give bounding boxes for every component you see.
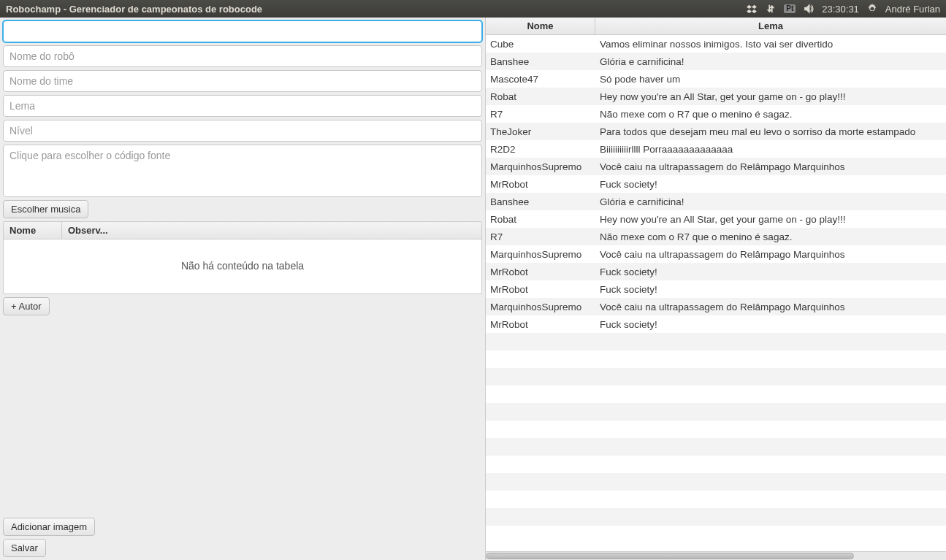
table-row[interactable]: MrRobotFuck society! bbox=[486, 315, 946, 333]
table-row[interactable]: BansheeGlória e carnificina! bbox=[486, 193, 946, 210]
authors-col-nome[interactable]: Nome bbox=[4, 222, 62, 239]
cell-nome: Mascote47 bbox=[486, 74, 595, 85]
workspace: Escolher musica Nome Observ... Não há co… bbox=[0, 18, 946, 560]
table-row-empty bbox=[486, 473, 946, 491]
cell-nome: MarquinhosSupremo bbox=[486, 302, 595, 312]
choose-music-button[interactable]: Escolher musica bbox=[3, 200, 88, 218]
table-row-empty bbox=[486, 333, 946, 350]
table-row[interactable]: BansheeGlória e carnificina! bbox=[486, 53, 946, 70]
cell-lema: Vamos eliminar nossos inimigos. Isto vai… bbox=[595, 39, 946, 50]
cell-nome: MrRobot bbox=[486, 319, 595, 330]
add-image-button[interactable]: Adicionar imagem bbox=[3, 518, 95, 536]
table-row[interactable]: MarquinhosSupremoVocê caiu na ultrapassa… bbox=[486, 245, 946, 263]
cell-lema: Hey now you're an All Star, get your gam… bbox=[595, 214, 946, 225]
cell-nome: Cube bbox=[486, 39, 595, 50]
table-row-empty bbox=[486, 368, 946, 386]
system-tray: Pt 23:30:31 André Furlan bbox=[746, 3, 940, 15]
cell-lema: Para todos que desejam meu mal eu levo o… bbox=[595, 126, 946, 137]
listing-pane: Nome Lema CubeVamos eliminar nossos inim… bbox=[485, 18, 946, 560]
cell-lema: Você caiu na ultrapassagem do Relâmpago … bbox=[595, 161, 946, 172]
field-0-input[interactable] bbox=[3, 20, 482, 42]
cell-nome: MrRobot bbox=[486, 179, 595, 190]
gear-icon[interactable] bbox=[866, 3, 878, 15]
cell-lema: Fuck society! bbox=[595, 319, 946, 330]
dropbox-icon[interactable] bbox=[746, 3, 758, 15]
cell-lema: Só pode haver um bbox=[595, 74, 946, 85]
add-author-button[interactable]: + Autor bbox=[3, 297, 50, 315]
titlebar: Robochamp - Gerenciador de campeonatos d… bbox=[0, 0, 946, 18]
table-row[interactable]: Mascote47Só pode haver um bbox=[486, 70, 946, 88]
table-row-empty bbox=[486, 350, 946, 368]
table-row[interactable]: R2D2Biiiiiiiiiirllll Porraaaaaaaaaaaaa bbox=[486, 140, 946, 158]
cell-nome: Robat bbox=[486, 91, 595, 102]
cell-lema: Não mexe com o R7 que o menino é sagaz. bbox=[595, 231, 946, 242]
table-row[interactable]: MarquinhosSupremoVocê caiu na ultrapassa… bbox=[486, 158, 946, 175]
table-row-empty bbox=[486, 526, 946, 543]
robot-name-input[interactable] bbox=[3, 45, 482, 67]
authors-table-header: Nome Observ... bbox=[4, 222, 481, 239]
table-row[interactable]: MrRobotFuck society! bbox=[486, 175, 946, 193]
table-row-empty bbox=[486, 386, 946, 403]
cell-lema: Fuck society! bbox=[595, 266, 946, 277]
cell-nome: MrRobot bbox=[486, 284, 595, 295]
clock[interactable]: 23:30:31 bbox=[822, 4, 859, 15]
level-input[interactable] bbox=[3, 120, 482, 142]
cell-nome: R2D2 bbox=[486, 144, 595, 155]
listing-header: Nome Lema bbox=[486, 18, 946, 35]
table-row[interactable]: RobatHey now you're an All Star, get you… bbox=[486, 210, 946, 228]
form-pane: Escolher musica Nome Observ... Não há co… bbox=[0, 18, 485, 560]
listing-col-lema[interactable]: Lema bbox=[595, 18, 946, 34]
cell-nome: TheJoker bbox=[486, 126, 595, 137]
cell-lema: Não mexe com o R7 que o menino é sagaz. bbox=[595, 109, 946, 120]
username-label[interactable]: André Furlan bbox=[885, 4, 940, 15]
cell-lema: Glória e carnificina! bbox=[595, 196, 946, 207]
table-row[interactable]: MrRobotFuck society! bbox=[486, 280, 946, 298]
table-row[interactable]: R7Não mexe com o R7 que o menino é sagaz… bbox=[486, 228, 946, 245]
cell-lema: Fuck society! bbox=[595, 179, 946, 190]
team-name-input[interactable] bbox=[3, 70, 482, 92]
motto-input[interactable] bbox=[3, 95, 482, 117]
listing-col-nome[interactable]: Nome bbox=[486, 18, 595, 34]
cell-lema: Você caiu na ultrapassagem do Relâmpago … bbox=[595, 302, 946, 312]
table-row-empty bbox=[486, 403, 946, 421]
cell-lema: Glória e carnificina! bbox=[595, 56, 946, 67]
source-code-input[interactable] bbox=[3, 145, 482, 197]
cell-lema: Fuck society! bbox=[595, 284, 946, 295]
table-row-empty bbox=[486, 438, 946, 456]
cell-lema: Você caiu na ultrapassagem do Relâmpago … bbox=[595, 249, 946, 260]
cell-nome: Banshee bbox=[486, 196, 595, 207]
table-row-empty bbox=[486, 508, 946, 526]
cell-nome: MarquinhosSupremo bbox=[486, 161, 595, 172]
authors-table-empty-text: Não há conteúdo na tabela bbox=[4, 239, 481, 292]
table-row[interactable]: MarquinhosSupremoVocê caiu na ultrapassa… bbox=[486, 298, 946, 315]
cell-nome: R7 bbox=[486, 231, 595, 242]
network-icon[interactable] bbox=[765, 3, 777, 15]
cell-nome: Banshee bbox=[486, 56, 595, 67]
keyboard-layout-indicator[interactable]: Pt bbox=[784, 4, 796, 13]
cell-nome: MrRobot bbox=[486, 266, 595, 277]
cell-lema: Hey now you're an All Star, get your gam… bbox=[595, 91, 946, 102]
window-title: Robochamp - Gerenciador de campeonatos d… bbox=[6, 4, 746, 15]
table-row-empty bbox=[486, 491, 946, 508]
listing-body[interactable]: CubeVamos eliminar nossos inimigos. Isto… bbox=[486, 35, 946, 551]
cell-nome: MarquinhosSupremo bbox=[486, 249, 595, 260]
horizontal-scrollbar[interactable] bbox=[486, 551, 946, 560]
table-row-empty bbox=[486, 421, 946, 438]
spacer bbox=[3, 318, 482, 515]
table-row[interactable]: RobatHey now you're an All Star, get you… bbox=[486, 88, 946, 105]
authors-table: Nome Observ... Não há conteúdo na tabela bbox=[3, 221, 482, 294]
save-button[interactable]: Salvar bbox=[3, 539, 46, 557]
authors-col-obs[interactable]: Observ... bbox=[62, 222, 121, 239]
scrollbar-thumb[interactable] bbox=[486, 553, 854, 559]
table-row[interactable]: TheJokerPara todos que desejam meu mal e… bbox=[486, 123, 946, 140]
table-row[interactable]: R7Não mexe com o R7 que o menino é sagaz… bbox=[486, 105, 946, 123]
cell-nome: Robat bbox=[486, 214, 595, 225]
volume-icon[interactable] bbox=[803, 3, 815, 15]
cell-lema: Biiiiiiiiiirllll Porraaaaaaaaaaaaa bbox=[595, 144, 946, 155]
table-row-empty bbox=[486, 456, 946, 473]
table-row[interactable]: MrRobotFuck society! bbox=[486, 263, 946, 280]
table-row[interactable]: CubeVamos eliminar nossos inimigos. Isto… bbox=[486, 35, 946, 53]
cell-nome: R7 bbox=[486, 109, 595, 120]
